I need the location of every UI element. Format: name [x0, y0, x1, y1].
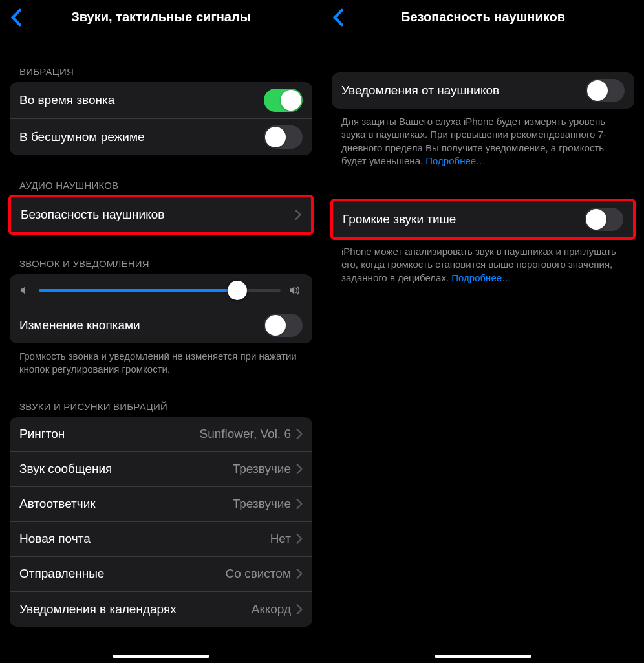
volume-low-icon: [19, 285, 31, 296]
group-ringer: Изменение кнопками: [10, 274, 312, 343]
home-indicator[interactable]: [435, 655, 531, 658]
row-value: Трезвучие: [233, 462, 291, 476]
toggle-vibrate-on-ring[interactable]: [264, 89, 303, 112]
row-sent-mail[interactable]: Отправленные Со свистом: [10, 557, 312, 592]
chevron-right-icon: [296, 464, 303, 474]
row-voicemail[interactable]: Автоответчик Трезвучие: [10, 487, 312, 522]
nav-bar: Безопасность наушников: [322, 0, 644, 34]
section-header-headphone-audio: АУДИО НАУШНИКОВ: [10, 155, 312, 196]
row-label: Новая почта: [19, 532, 270, 546]
row-label: В бесшумном режиме: [19, 130, 264, 144]
volume-slider[interactable]: [39, 289, 281, 292]
content-area: ВИБРАЦИЯ Во время звонка В бесшумном реж…: [0, 34, 322, 627]
row-value: Со свистом: [226, 567, 291, 581]
row-label: Уведомления в календарях: [19, 602, 252, 616]
row-label: Уведомления от наушников: [341, 83, 586, 98]
chevron-right-icon: [296, 569, 303, 579]
learn-more-link[interactable]: Подробнее…: [451, 272, 511, 283]
row-headphone-safety[interactable]: Безопасность наушников: [11, 197, 311, 232]
chevron-right-icon: [296, 499, 303, 509]
row-label: Звук сообщения: [19, 462, 233, 476]
chevron-right-icon: [296, 604, 303, 614]
learn-more-link[interactable]: Подробнее…: [425, 155, 486, 166]
row-value: Аккорд: [252, 602, 291, 616]
back-button[interactable]: [6, 8, 26, 27]
toggle-vibrate-on-silent[interactable]: [264, 125, 303, 149]
section-header-ringer: ЗВОНОК И УВЕДОМЛЕНИЯ: [10, 234, 312, 274]
chevron-right-icon: [296, 534, 303, 544]
toggle-headphone-notifications[interactable]: [586, 79, 625, 102]
row-label: Во время звонка: [19, 93, 264, 107]
row-change-with-buttons[interactable]: Изменение кнопками: [10, 307, 312, 343]
row-ringtone[interactable]: Рингтон Sunflower, Vol. 6: [10, 417, 312, 452]
row-label: Изменение кнопками: [19, 318, 264, 332]
row-vibrate-on-ring[interactable]: Во время звонка: [10, 82, 312, 119]
row-label: Громкие звуки тише: [343, 212, 585, 226]
row-value: Трезвучие: [233, 497, 291, 511]
footer-headphone-notifications: Для защиты Вашего слуха iPhone будет изм…: [332, 109, 634, 168]
row-label: Рингтон: [19, 427, 199, 441]
row-label: Отправленные: [19, 567, 226, 581]
content-area: Уведомления от наушников Для защиты Ваше…: [322, 34, 644, 285]
group-sounds: Рингтон Sunflower, Vol. 6 Звук сообщения…: [10, 417, 312, 627]
chevron-left-icon: [10, 8, 22, 27]
chevron-left-icon: [332, 8, 344, 27]
row-text-tone[interactable]: Звук сообщения Трезвучие: [10, 452, 312, 487]
screen-sounds-haptics: Звуки, тактильные сигналы ВИБРАЦИЯ Во вр…: [0, 0, 322, 663]
volume-high-icon: [288, 285, 303, 296]
home-indicator[interactable]: [113, 655, 209, 658]
footer-reduce-loud: iPhone может анализировать звук в наушни…: [332, 239, 634, 285]
group-vibration: Во время звонка В бесшумном режиме: [10, 82, 312, 155]
row-value: Нет: [270, 532, 291, 546]
footer-ringer: Громкость звонка и уведомлений не изменя…: [10, 343, 312, 376]
page-title: Безопасность наушников: [401, 10, 565, 25]
group-headphone-notifications: Уведомления от наушников: [332, 72, 634, 109]
group-headphone-safety-highlighted: Безопасность наушников: [8, 195, 314, 235]
row-label: Автоответчик: [19, 497, 233, 511]
screen-headphone-safety: Безопасность наушников Уведомления от на…: [322, 0, 644, 663]
nav-bar: Звуки, тактильные сигналы: [0, 0, 322, 34]
toggle-change-with-buttons[interactable]: [264, 314, 303, 337]
row-reduce-loud-sounds[interactable]: Громкие звуки тише: [333, 201, 633, 237]
toggle-reduce-loud-sounds[interactable]: [585, 208, 623, 231]
row-calendar-alerts[interactable]: Уведомления в календарях Аккорд: [10, 592, 312, 627]
back-button[interactable]: [328, 8, 348, 27]
page-title: Звуки, тактильные сигналы: [71, 10, 250, 25]
row-label: Безопасность наушников: [21, 208, 295, 222]
group-reduce-loud-highlighted: Громкие звуки тише: [330, 199, 636, 240]
row-headphone-notifications[interactable]: Уведомления от наушников: [332, 72, 634, 109]
row-new-mail[interactable]: Новая почта Нет: [10, 522, 312, 557]
chevron-right-icon: [295, 210, 301, 220]
section-header-sounds: ЗВУКИ И РИСУНКИ ВИБРАЦИЙ: [10, 376, 312, 417]
chevron-right-icon: [296, 429, 303, 439]
row-volume-slider[interactable]: [10, 274, 312, 307]
row-vibrate-on-silent[interactable]: В бесшумном режиме: [10, 119, 312, 155]
row-value: Sunflower, Vol. 6: [199, 427, 291, 441]
section-header-vibration: ВИБРАЦИЯ: [10, 34, 312, 82]
